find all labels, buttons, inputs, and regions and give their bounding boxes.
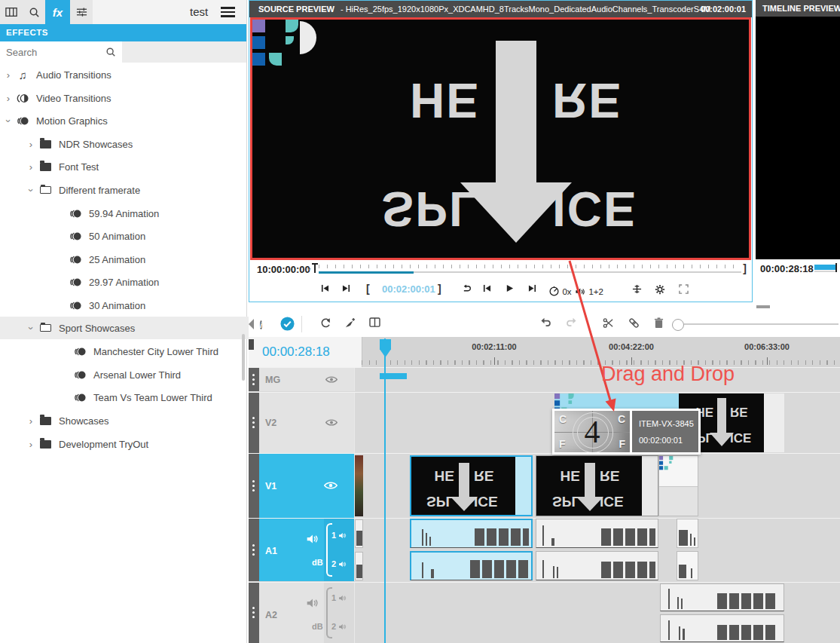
tree-item-motion-graphics[interactable]: ›Motion Graphics xyxy=(0,109,249,132)
tree-item-sport-showcases[interactable]: ›Sport Showcases xyxy=(0,317,272,339)
split-view-button[interactable] xyxy=(369,317,380,327)
track-gain-label[interactable]: dB xyxy=(312,622,323,631)
redo-button[interactable] xyxy=(565,317,576,326)
next-frame-button[interactable] xyxy=(528,284,536,292)
preview-playhead-marker[interactable] xyxy=(835,263,837,272)
track-mute-speaker-icon[interactable] xyxy=(306,598,319,608)
zoom-slider-handle[interactable] xyxy=(672,319,684,331)
goto-in-button[interactable] xyxy=(321,284,329,292)
track-content-a2[interactable] xyxy=(354,583,840,643)
audio-clip-2[interactable] xyxy=(536,551,658,580)
audio-clip[interactable] xyxy=(660,614,784,642)
undo-button[interactable] xyxy=(541,317,552,326)
source-current-timecode[interactable]: 00:02:00:01 xyxy=(382,283,435,295)
clip-v1-start-sliver[interactable] xyxy=(355,455,363,516)
track-header-a2[interactable]: A2 dB 1 2 xyxy=(259,583,354,643)
audio-monitor-button[interactable]: 1+2 xyxy=(575,284,603,298)
chevron-right-icon[interactable]: › xyxy=(3,69,14,81)
chevron-down-icon[interactable]: › xyxy=(3,115,14,126)
track-visibility-eye-icon[interactable] xyxy=(325,375,338,384)
scrollbar-thumb[interactable] xyxy=(756,305,770,308)
channel-1[interactable]: 1 xyxy=(331,593,347,602)
track-drag-handle[interactable] xyxy=(249,454,259,518)
link-clips-button[interactable] xyxy=(628,317,640,329)
menu-icon[interactable] xyxy=(221,7,235,20)
mark-out-button[interactable]: ] xyxy=(438,283,441,295)
effects-wand-button[interactable] xyxy=(344,317,356,329)
collapse-panel-icon[interactable] xyxy=(249,319,254,329)
timeline-preview-scrub[interactable]: 00:00:28:18 xyxy=(756,260,840,277)
effects-tab[interactable]: fx xyxy=(45,0,70,24)
clip-v1-splice-2[interactable]: SPLICE HERE xyxy=(536,455,658,516)
clip-v2-tail[interactable] xyxy=(764,393,784,452)
track-content-v1[interactable]: SPLICE HERE SPLICE HERE xyxy=(354,454,840,518)
tree-item-font-test[interactable]: ›Font Test xyxy=(0,155,272,178)
channel-1[interactable]: 1 xyxy=(331,531,347,540)
fullscreen-button[interactable] xyxy=(679,284,689,294)
clip-info-button[interactable]: i xyxy=(260,317,262,332)
track-drag-handle[interactable] xyxy=(249,368,259,391)
track-drag-handle[interactable] xyxy=(249,583,259,643)
timeline-playhead-line[interactable] xyxy=(384,338,386,643)
tree-item-audio-transitions[interactable]: ›♫Audio Transitions xyxy=(0,63,249,86)
chevron-right-icon[interactable]: › xyxy=(26,439,36,450)
track-content-a1[interactable] xyxy=(354,519,840,581)
zoom-slider-track[interactable] xyxy=(684,323,838,325)
chevron-down-icon[interactable]: › xyxy=(26,323,37,333)
audio-sliver[interactable] xyxy=(355,552,363,580)
approve-button[interactable] xyxy=(280,317,295,331)
tree-item-ndr-showcases[interactable]: ›NDR Showcases xyxy=(0,133,272,155)
clip-v1-logo[interactable] xyxy=(658,455,698,516)
playback-speed-button[interactable]: 0x xyxy=(549,284,572,298)
tree-item-video-transitions[interactable]: ›Video Transitions xyxy=(0,87,249,109)
track-header-a1[interactable]: A1 dB 1 2 xyxy=(259,519,354,581)
search-input[interactable] xyxy=(0,41,105,63)
settings-tab[interactable] xyxy=(70,0,93,24)
channel-2[interactable]: 2 xyxy=(331,622,347,631)
track-drag-handle[interactable] xyxy=(249,393,259,453)
chevron-right-icon[interactable]: › xyxy=(26,161,36,173)
audio-clip[interactable] xyxy=(660,583,784,611)
media-bin-tab[interactable] xyxy=(0,0,23,24)
track-content-mg[interactable] xyxy=(354,368,840,391)
prev-frame-button[interactable] xyxy=(483,284,491,292)
loop-button[interactable] xyxy=(462,284,472,292)
cut-button[interactable] xyxy=(603,317,614,329)
channel-2[interactable]: 2 xyxy=(331,559,347,568)
tree-item-development-tryout[interactable]: ›Development TryOut xyxy=(0,433,272,455)
match-frame-button[interactable] xyxy=(632,284,642,294)
settings-gear-button[interactable] xyxy=(655,284,665,295)
chevron-down-icon[interactable]: › xyxy=(26,185,37,195)
track-header-mg[interactable]: MG xyxy=(259,368,354,391)
audio-clip-small[interactable] xyxy=(677,519,698,548)
audio-clip-small[interactable] xyxy=(677,551,698,580)
tree-item-showcases[interactable]: ›Showcases xyxy=(0,409,272,432)
clip-v1-splice-1-selected[interactable]: SPLICE HERE xyxy=(410,455,533,516)
goto-out-button[interactable] xyxy=(342,284,350,292)
track-gain-label[interactable]: dB xyxy=(312,558,323,567)
audio-clip-1-selected[interactable] xyxy=(410,519,533,548)
audio-sliver[interactable] xyxy=(355,519,363,548)
chevron-right-icon[interactable]: › xyxy=(26,139,36,150)
track-visibility-eye-icon[interactable] xyxy=(324,481,338,490)
audio-clip-1-selected[interactable] xyxy=(410,551,533,580)
chevron-right-icon[interactable]: › xyxy=(3,93,14,104)
audio-clip-2[interactable] xyxy=(536,519,658,548)
source-scrub-bar[interactable]: 10:00:00:00 › ] xyxy=(249,261,752,277)
sidebar-scrollbar[interactable] xyxy=(242,334,245,381)
timeline-ruler[interactable]: 00:00:28:18 00:02:11:00 00:04:22:00 00:0… xyxy=(249,337,840,368)
chevron-down-icon[interactable]: › xyxy=(305,264,314,274)
delete-button[interactable] xyxy=(654,317,664,329)
search-tab[interactable] xyxy=(23,0,45,24)
track-mute-speaker-icon[interactable] xyxy=(306,534,319,544)
tree-item-different-framerate[interactable]: ›Different framerate xyxy=(0,179,272,201)
track-visibility-eye-icon[interactable] xyxy=(325,418,338,427)
play-button[interactable] xyxy=(506,284,514,292)
reset-button[interactable] xyxy=(320,317,331,329)
mark-in-button[interactable]: [ xyxy=(366,283,370,295)
effects-search[interactable] xyxy=(0,41,122,63)
track-header-v2[interactable]: V2 xyxy=(259,393,354,453)
track-header-v1[interactable]: V1 xyxy=(259,454,354,518)
track-drag-handle[interactable] xyxy=(249,519,259,581)
chevron-right-icon[interactable]: › xyxy=(26,415,36,427)
